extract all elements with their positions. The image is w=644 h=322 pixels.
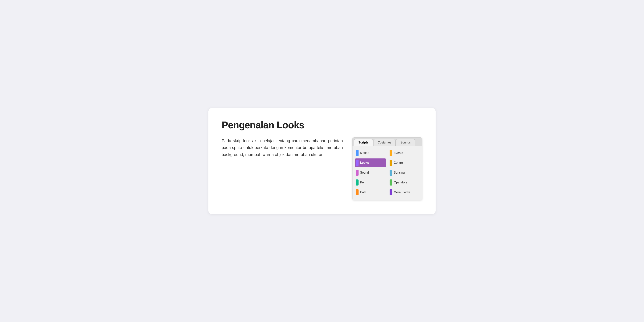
scratch-panel-wrapper: Scripts Costumes Sounds Motion Events [352,138,422,200]
menu-item-more-blocks[interactable]: More Blocks [388,188,420,197]
tab-costumes[interactable]: Costumes [373,139,396,146]
operators-color [390,180,392,186]
tab-scripts[interactable]: Scripts [354,139,373,146]
menu-item-data[interactable]: Data [355,188,386,197]
data-label: Data [360,191,366,194]
motion-color [356,150,358,156]
more-blocks-color [390,189,392,195]
motion-label: Motion [360,151,369,155]
menu-item-pen[interactable]: Pen [355,178,386,187]
menu-item-motion[interactable]: Motion [355,148,386,157]
events-label: Events [394,151,403,155]
control-color [390,160,392,166]
menu-area: Motion Events Looks Contr [352,146,422,200]
control-label: Control [394,161,404,164]
sensing-label: Sensing [394,171,405,174]
sensing-color [390,170,392,176]
menu-item-looks[interactable]: Looks [355,158,386,167]
looks-label: Looks [360,161,369,164]
menu-item-operators[interactable]: Operators [388,178,420,187]
events-color [390,150,392,156]
menu-item-events[interactable]: Events [388,148,420,157]
sound-label: Sound [360,171,369,174]
tab-sounds[interactable]: Sounds [396,139,415,146]
data-color [356,189,358,195]
slide: Pengenalan Looks Pada skrip looks kita b… [208,108,436,214]
pen-color [356,180,358,186]
menu-item-sensing[interactable]: Sensing [388,168,420,177]
page-title: Pengenalan Looks [222,120,422,130]
pen-label: Pen [360,181,365,184]
content-area: Pada skrip looks kita belajar tentang ca… [222,138,422,200]
sound-color [356,170,358,176]
more-blocks-label: More Blocks [394,191,410,194]
looks-color [356,160,358,166]
menu-item-control[interactable]: Control [388,158,420,167]
tabs-row: Scripts Costumes Sounds [352,138,422,146]
menu-item-sound[interactable]: Sound [355,168,386,177]
operators-label: Operators [394,181,407,184]
description: Pada skrip looks kita belajar tentang ca… [222,138,345,158]
scratch-panel: Scripts Costumes Sounds Motion Events [352,138,422,200]
